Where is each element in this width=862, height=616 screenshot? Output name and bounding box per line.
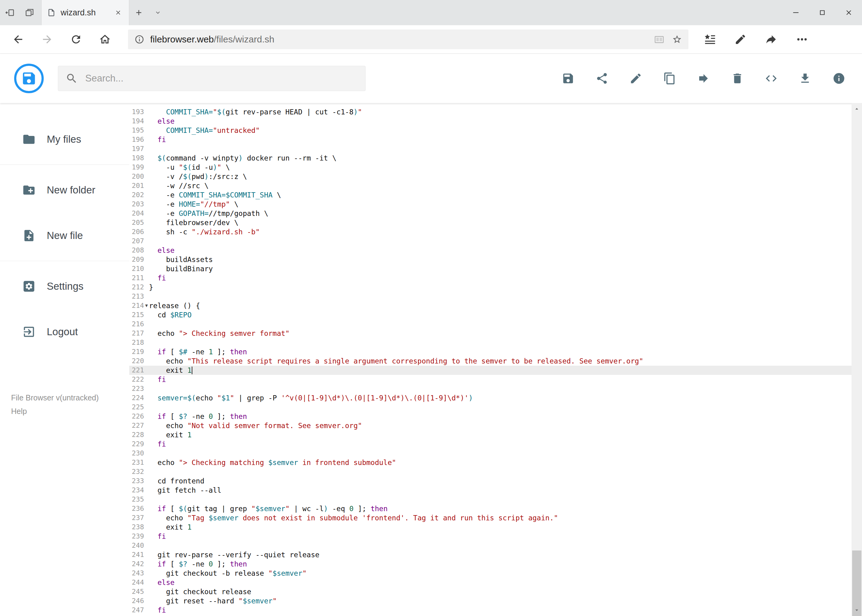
code-line[interactable]: 216 xyxy=(129,319,862,329)
code-line[interactable]: 238 exit 1 xyxy=(129,523,862,532)
code-line[interactable]: 225 xyxy=(129,402,862,412)
code-line[interactable]: 197 xyxy=(129,144,862,154)
fold-marker-icon[interactable]: ▾ xyxy=(144,301,149,310)
hub-button[interactable] xyxy=(700,28,720,50)
maximize-button[interactable] xyxy=(809,0,835,25)
code-line[interactable]: 219 if [ $# -ne 1 ]; then xyxy=(129,347,862,357)
raw-button[interactable] xyxy=(764,71,778,85)
share-button[interactable] xyxy=(595,71,609,85)
code-line[interactable]: 236 if [ $(git tag | grep "$semver" | wc… xyxy=(129,504,862,513)
code-line[interactable]: 241 git rev-parse --verify --quiet relea… xyxy=(129,550,862,559)
forward-button[interactable] xyxy=(33,28,61,50)
delete-button[interactable] xyxy=(730,71,744,85)
code-line[interactable]: 231 echo "> Checking matching $semver in… xyxy=(129,458,862,467)
site-info-button[interactable] xyxy=(131,31,148,48)
code-line[interactable]: 211 fi xyxy=(129,273,862,283)
code-editor[interactable]: 193 COMMIT_SHA="$(git rev-parse HEAD | c… xyxy=(129,103,862,616)
code-line[interactable]: 234 git fetch --all xyxy=(129,486,862,495)
rename-button[interactable] xyxy=(629,71,643,85)
code-line[interactable]: 204 -e GOPATH=//tmp/gopath \ xyxy=(129,209,862,218)
code-line[interactable]: 226 if [ $? -ne 0 ]; then xyxy=(129,412,862,421)
code-line[interactable]: 229 fi xyxy=(129,440,862,449)
code-line[interactable]: 233 cd frontend xyxy=(129,476,862,486)
add-favorite-button[interactable] xyxy=(668,31,686,48)
info-button[interactable] xyxy=(832,71,846,85)
sidebar-item-logout[interactable]: Logout xyxy=(0,309,129,355)
tab-close-icon[interactable] xyxy=(113,7,123,18)
code-line[interactable]: 210 buildBinary xyxy=(129,264,862,273)
code-line[interactable]: 205 filebrowser/dev \ xyxy=(129,218,862,227)
code-line[interactable]: 200 -v /$(pwd):/src:z \ xyxy=(129,172,862,181)
code-line[interactable]: 240 xyxy=(129,541,862,550)
sidebar-item-new-folder[interactable]: New folder xyxy=(0,167,129,213)
save-button[interactable] xyxy=(561,71,575,85)
code-line[interactable]: 246 git reset --hard "$semver" xyxy=(129,596,862,605)
code-line[interactable]: 201 -w //src \ xyxy=(129,181,862,190)
web-note-button[interactable] xyxy=(730,28,750,50)
code-line[interactable]: 224 semver=$(echo "$1" | grep -P '^v(0|[… xyxy=(129,393,862,402)
vertical-scrollbar[interactable] xyxy=(851,103,862,616)
tab-wizard-sh[interactable]: wizard.sh xyxy=(41,0,129,25)
move-button[interactable] xyxy=(697,71,711,85)
code-line[interactable]: 193 COMMIT_SHA="$(git rev-parse HEAD | c… xyxy=(129,107,862,116)
code-line[interactable]: 202 -e COMMIT_SHA=$COMMIT_SHA \ xyxy=(129,190,862,200)
code-line[interactable]: 228 exit 1 xyxy=(129,430,862,440)
code-line[interactable]: 208 else xyxy=(129,246,862,255)
code-line[interactable]: 230 xyxy=(129,449,862,458)
home-button[interactable] xyxy=(90,28,120,50)
code-line[interactable]: 244 else xyxy=(129,578,862,587)
sidebar-item-settings[interactable]: Settings xyxy=(0,264,129,309)
code-line[interactable]: 223 xyxy=(129,384,862,393)
code-line[interactable]: 209 buildAssets xyxy=(129,255,862,264)
code-line[interactable]: 232 xyxy=(129,467,862,476)
code-line[interactable]: 195 COMMIT_SHA="untracked" xyxy=(129,126,862,135)
code-line[interactable]: 237 echo "Tag $semver does not exist in … xyxy=(129,513,862,523)
code-line[interactable]: 212} xyxy=(129,283,862,292)
refresh-button[interactable] xyxy=(61,28,90,50)
code-line[interactable]: 247 fi xyxy=(129,605,862,615)
code-line[interactable]: 218 xyxy=(129,338,862,347)
copy-button[interactable] xyxy=(663,71,677,85)
back-button[interactable] xyxy=(4,28,33,50)
code-line[interactable]: 243 git checkout -b release "$semver" xyxy=(129,569,862,578)
code-line[interactable]: 242 if [ $? -ne 0 ]; then xyxy=(129,559,862,569)
search-input[interactable] xyxy=(85,73,358,84)
code-line[interactable]: 207 xyxy=(129,236,862,246)
download-button[interactable] xyxy=(798,71,812,85)
code-line[interactable]: 217 echo "> Checking semver format" xyxy=(129,329,862,338)
new-tab-button[interactable] xyxy=(129,0,148,25)
tab-preview-toggle[interactable] xyxy=(148,0,167,25)
sidebar-item-new-file[interactable]: New file xyxy=(0,213,129,258)
code-line[interactable]: 215 cd $REPO xyxy=(129,310,862,319)
version-link[interactable]: File Browser v(untracked) xyxy=(11,391,129,404)
code-line[interactable]: 196 fi xyxy=(129,135,862,144)
close-window-button[interactable] xyxy=(835,0,862,25)
code-line[interactable]: 213 xyxy=(129,292,862,301)
code-line[interactable]: 239 fi xyxy=(129,532,862,541)
code-line[interactable]: 222 fi xyxy=(129,375,862,384)
reading-view-button[interactable] xyxy=(650,31,668,48)
code-line[interactable]: 198 $(command -v winpty) docker run --rm… xyxy=(129,154,862,163)
code-line[interactable]: 221 exit 1 xyxy=(129,366,862,375)
code-line[interactable]: 220 echo "This release script requires a… xyxy=(129,357,862,366)
more-options-button[interactable] xyxy=(792,28,812,50)
filebrowser-logo[interactable] xyxy=(14,64,44,93)
set-tabs-aside-button[interactable] xyxy=(0,0,20,25)
address-bar[interactable]: filebrowser.web/files/wizard.sh xyxy=(128,30,689,49)
code-line[interactable]: 214▾release () { xyxy=(129,301,862,310)
code-line[interactable]: 235 xyxy=(129,495,862,504)
search-box[interactable] xyxy=(58,66,366,91)
scroll-down-button[interactable] xyxy=(851,604,862,616)
code-line[interactable]: 245 git checkout release xyxy=(129,587,862,596)
help-link[interactable]: Help xyxy=(11,404,129,418)
code-line[interactable]: 206 sh -c "./wizard.sh -b" xyxy=(129,227,862,236)
code-line[interactable]: 203 -e HOME="//tmp" \ xyxy=(129,200,862,209)
minimize-button[interactable] xyxy=(783,0,809,25)
url-text[interactable]: filebrowser.web/files/wizard.sh xyxy=(148,34,650,45)
code-line[interactable]: 227 echo "Not valid semver format. See s… xyxy=(129,421,862,430)
scroll-up-button[interactable] xyxy=(851,103,862,115)
share-page-button[interactable] xyxy=(761,28,782,50)
code-line[interactable]: 194 else xyxy=(129,116,862,126)
tabs-you-set-aside-button[interactable] xyxy=(20,0,39,25)
code-line[interactable]: 199 -u "$(id -u)" \ xyxy=(129,163,862,172)
